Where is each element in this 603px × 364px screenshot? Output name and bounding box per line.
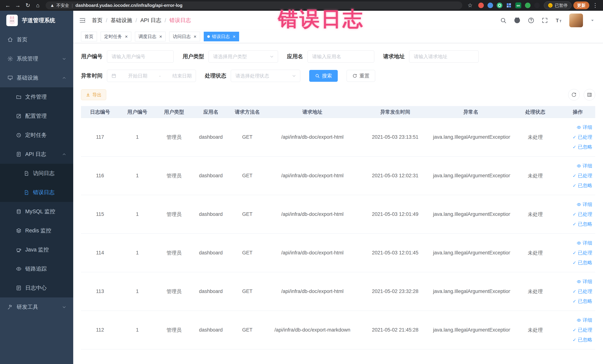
- paused-button[interactable]: 已暂停: [544, 1, 571, 9]
- tab-label: 首页: [84, 34, 93, 39]
- cell-actions: 详细✓已处理✓已忽略: [560, 317, 595, 343]
- column-settings-button[interactable]: [584, 89, 595, 101]
- browser-menu-icon[interactable]: ⋮: [591, 0, 599, 11]
- sidebar-item-access-log[interactable]: 访问日志: [0, 164, 73, 183]
- sidebar-item-infrastructure[interactable]: 基础设施: [0, 68, 73, 87]
- action-ignored[interactable]: ✓已忽略: [573, 298, 592, 305]
- action-processed[interactable]: ✓已处理: [573, 211, 592, 218]
- config-icon: [16, 113, 22, 119]
- tab-首页[interactable]: 首页: [81, 32, 97, 41]
- request-url-input[interactable]: [409, 50, 479, 63]
- cell-exception-time: 2021-05-03 12:01:45: [359, 250, 431, 256]
- sidebar-item-error-log[interactable]: 错误日志: [0, 183, 73, 202]
- action-ignored[interactable]: ✓已忽略: [573, 221, 592, 227]
- extension-icon[interactable]: [534, 3, 540, 8]
- action-detail[interactable]: 详细: [577, 201, 592, 208]
- caret-down-icon[interactable]: [590, 18, 595, 23]
- table-row: 1121管理员dashboardGET/api/infra/db-doc/exp…: [81, 311, 595, 349]
- address-bar[interactable]: ▲ 不安全 | dashboard.yudao.iocoder.cn/infra…: [46, 1, 462, 9]
- table-row: 1151管理员dashboardGET/api/infra/db-doc/exp…: [81, 195, 595, 234]
- close-icon[interactable]: ×: [159, 34, 162, 39]
- sidebar-item-redis-monitor[interactable]: Redis 监控: [0, 221, 73, 240]
- bookmark-star-icon[interactable]: ☆: [466, 0, 474, 11]
- search-icon[interactable]: [500, 17, 507, 24]
- sidebar-item-java-monitor[interactable]: Java 监控: [0, 240, 73, 259]
- export-button[interactable]: 导出: [81, 89, 106, 100]
- action-processed[interactable]: ✓已处理: [573, 134, 592, 140]
- app-name-input[interactable]: [308, 50, 374, 63]
- log-icon: [16, 285, 22, 291]
- date-start-placeholder: 开始日期: [128, 73, 147, 79]
- cell-exception-name: java.lang.IllegalArgumentException: [431, 327, 510, 333]
- sidebar-item-api-logs[interactable]: API 日志: [0, 145, 73, 164]
- action-ignored[interactable]: ✓已忽略: [573, 337, 592, 343]
- column-header-actions: 操作: [560, 109, 595, 115]
- sidebar-item-scheduled-tasks[interactable]: 定时任务: [0, 126, 73, 145]
- sidebar-item-log-center[interactable]: 日志中心: [0, 278, 73, 297]
- action-ignored[interactable]: ✓已忽略: [573, 182, 592, 189]
- sidebar-item-system-management[interactable]: 系统管理: [0, 49, 73, 68]
- search-button[interactable]: 搜索: [309, 70, 338, 82]
- action-detail[interactable]: 详细: [577, 278, 592, 285]
- user-id-input[interactable]: [107, 50, 174, 63]
- exception-time-range-picker[interactable]: 开始日期 - 结束日期: [107, 70, 196, 82]
- extension-icon[interactable]: [487, 3, 493, 8]
- close-icon[interactable]: ×: [125, 34, 128, 39]
- action-processed[interactable]: ✓已处理: [573, 327, 592, 333]
- file-icon: [16, 94, 22, 100]
- action-ignored[interactable]: ✓已忽略: [573, 259, 592, 266]
- forward-icon[interactable]: →: [14, 0, 22, 11]
- sidebar-item-trace[interactable]: 链路追踪: [0, 259, 73, 278]
- reload-icon[interactable]: ↻: [24, 0, 32, 11]
- action-detail[interactable]: 详细: [577, 124, 592, 130]
- action-detail[interactable]: 详细: [577, 163, 592, 169]
- cell-status: 未处理: [510, 250, 560, 256]
- extension-icon[interactable]: [497, 3, 502, 8]
- fullscreen-icon[interactable]: [542, 17, 548, 24]
- tab-定时任务[interactable]: 定时任务×: [101, 32, 131, 41]
- extension-icon[interactable]: [478, 3, 484, 8]
- font-size-icon[interactable]: TT: [555, 17, 562, 24]
- update-button[interactable]: 更新: [573, 1, 589, 9]
- cell-exception-name: java.lang.IllegalArgumentException: [431, 173, 510, 178]
- action-detail[interactable]: 详细: [577, 317, 592, 323]
- action-detail[interactable]: 详细: [577, 240, 592, 246]
- github-icon[interactable]: [514, 17, 521, 24]
- help-icon[interactable]: [528, 17, 534, 24]
- filter-row-2: 异常时间 开始日期 - 结束日期 处理状态 请选择处理状态: [81, 70, 595, 82]
- breadcrumb-separator: /: [136, 17, 137, 23]
- breadcrumb-item[interactable]: 基础设施: [111, 17, 132, 24]
- breadcrumb-item[interactable]: API 日志: [140, 17, 161, 24]
- sidebar-item-dev-tools[interactable]: 研发工具: [0, 297, 73, 317]
- breadcrumb-item[interactable]: 首页: [92, 17, 103, 24]
- extension-on-icon[interactable]: on: [515, 2, 521, 8]
- action-processed[interactable]: ✓已处理: [573, 172, 592, 179]
- close-icon[interactable]: ×: [194, 34, 196, 39]
- refresh-table-button[interactable]: [568, 89, 580, 101]
- sidebar-toggle-icon[interactable]: [73, 11, 92, 30]
- tab-访问日志[interactable]: 访问日志×: [169, 32, 200, 41]
- process-status-select[interactable]: 请选择处理状态: [231, 70, 300, 82]
- extension-icon[interactable]: [506, 3, 512, 8]
- check-icon: ✓: [573, 135, 576, 140]
- tab-错误日志[interactable]: 错误日志×: [204, 32, 239, 41]
- back-icon[interactable]: ←: [4, 0, 12, 11]
- cell-log-id: 113: [81, 289, 119, 294]
- sidebar-item-home[interactable]: 首页: [0, 30, 73, 49]
- sidebar-item-config-management[interactable]: 配置管理: [0, 106, 73, 126]
- gear-icon: [7, 56, 13, 61]
- tab-调度日志[interactable]: 调度日志×: [135, 32, 165, 41]
- logo[interactable]: 芋道管理系统: [0, 11, 73, 30]
- action-processed[interactable]: ✓已处理: [573, 288, 592, 295]
- extension-icon[interactable]: [525, 3, 531, 8]
- avatar[interactable]: [569, 13, 583, 27]
- cell-app-name: dashboard: [193, 327, 229, 333]
- user-type-select[interactable]: 请选择用户类型: [209, 50, 278, 63]
- action-processed[interactable]: ✓已处理: [573, 250, 592, 256]
- reset-button[interactable]: 重置: [347, 70, 375, 82]
- sidebar-item-file-management[interactable]: 文件管理: [0, 87, 73, 106]
- browser-home-icon[interactable]: ⌂: [34, 0, 42, 11]
- close-icon[interactable]: ×: [233, 34, 236, 39]
- action-ignored[interactable]: ✓已忽略: [573, 144, 592, 150]
- sidebar-item-mysql-monitor[interactable]: MySQL 监控: [0, 202, 73, 221]
